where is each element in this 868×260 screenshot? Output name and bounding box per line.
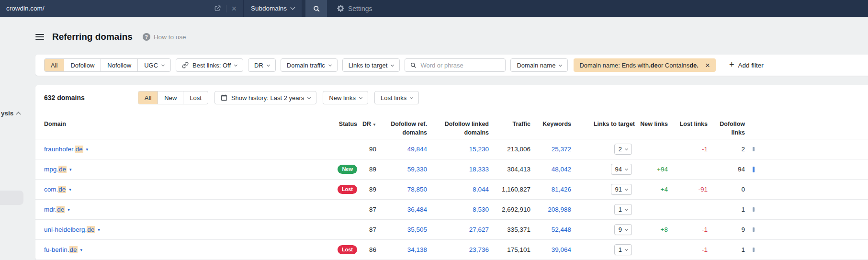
settings-button[interactable]: Settings <box>337 0 372 17</box>
clear-input-icon[interactable]: × <box>231 4 237 13</box>
segment-dofollow[interactable]: Dofollow <box>64 59 101 71</box>
links-to-target-select[interactable]: 1 <box>614 204 632 215</box>
domain-link[interactable]: com.de <box>44 186 66 193</box>
col-dofollow-links[interactable]: Dofollow links <box>710 115 747 139</box>
col-domain[interactable]: Domain <box>35 115 304 139</box>
segment-all[interactable]: All <box>138 91 158 104</box>
domain-link[interactable]: fraunhofer.de <box>44 146 83 153</box>
segment-new[interactable]: New <box>158 91 183 104</box>
domain-caret-icon[interactable]: ▾ <box>69 187 71 192</box>
add-filter-button[interactable]: + Add filter <box>729 61 764 69</box>
table-row: fraunhofer.de▾ 90 49,844 15,230 213,006 … <box>35 139 868 159</box>
col-links-to-target[interactable]: Links to target <box>573 115 637 139</box>
links-to-target-filter-button[interactable]: Links to target <box>342 58 400 72</box>
scope-dropdown[interactable]: Subdomains <box>243 0 302 17</box>
col-dr[interactable]: DR▼ <box>359 115 378 139</box>
history-sparkline <box>753 167 755 172</box>
dofollow-linked-domains-link[interactable]: 27,627 <box>469 226 489 233</box>
keywords-link[interactable]: 208,988 <box>548 206 571 213</box>
history-sparkline <box>753 248 755 252</box>
dofollow-linked-domains-link[interactable]: 8,044 <box>473 186 489 193</box>
scope-dropdown-label: Subdomains <box>251 5 287 12</box>
menu-icon[interactable] <box>35 34 44 40</box>
best-links-filter-button[interactable]: Best links: Off <box>176 58 243 72</box>
keywords-link[interactable]: 39,064 <box>552 246 571 253</box>
chevron-down-icon <box>234 63 237 66</box>
domain-caret-icon[interactable]: ▾ <box>69 167 72 172</box>
col-status[interactable]: Status <box>304 115 359 139</box>
dofollow-ref-domains-link[interactable]: 35,505 <box>407 226 427 233</box>
search-icon <box>313 5 320 12</box>
traffic-value: 175,101 <box>491 240 532 260</box>
show-history-button[interactable]: Show history: Last 2 years <box>214 91 316 104</box>
word-search-field[interactable] <box>405 58 506 72</box>
col-dofollow-linked-domains[interactable]: Dofollow linked domains <box>429 115 491 139</box>
table-row: com.de▾ Lost 89 78,850 8,044 1,160,827 8… <box>35 180 868 200</box>
dofollow-linked-domains-link[interactable]: 18,333 <box>469 166 489 173</box>
segment-nofollow[interactable]: Nofollow <box>101 59 137 71</box>
links-to-target-select[interactable]: 1 <box>614 244 632 255</box>
dofollow-ref-domains-link[interactable]: 34,138 <box>407 246 427 253</box>
keywords-link[interactable]: 52,448 <box>552 226 571 233</box>
word-search-input[interactable] <box>420 62 497 69</box>
chevron-down-icon <box>391 63 394 66</box>
links-to-target-select[interactable]: 94 <box>611 164 632 175</box>
chevron-down-icon <box>625 187 628 191</box>
domain-link[interactable]: mdr.de <box>44 206 65 213</box>
domain-link[interactable]: mpg.de <box>44 166 67 173</box>
domain-name-filter-button[interactable]: Domain name <box>510 58 568 72</box>
dr-value: 90 <box>359 139 378 159</box>
dr-filter-button[interactable]: DR <box>248 58 276 72</box>
sidebar-selected-item-cut[interactable] <box>0 191 23 205</box>
domain-traffic-filter-button[interactable]: Domain traffic <box>281 58 338 72</box>
col-keywords[interactable]: Keywords <box>532 115 573 139</box>
table-row: mdr.de▾ 87 36,484 8,530 2,692,910 208,98… <box>35 200 868 220</box>
segment-ugc[interactable]: UGC <box>137 59 170 71</box>
table-header-row: Domain Status DR▼ Dofollow ref. domains … <box>35 115 868 139</box>
col-dofollow-ref-domains[interactable]: Dofollow ref. domains <box>378 115 429 139</box>
calendar-icon <box>221 94 227 101</box>
dofollow-ref-domains-link[interactable]: 78,850 <box>407 186 427 193</box>
new-links-dropdown[interactable]: New links <box>323 91 368 104</box>
open-external-icon[interactable] <box>214 5 221 12</box>
remove-filter-icon[interactable]: × <box>705 61 710 69</box>
keywords-link[interactable]: 25,372 <box>552 146 571 153</box>
dofollow-ref-domains-link[interactable]: 49,844 <box>407 146 427 153</box>
dofollow-ref-domains-link[interactable]: 36,484 <box>407 206 427 213</box>
links-to-target-select[interactable]: 9 <box>614 224 632 235</box>
domain-caret-icon[interactable]: ▾ <box>86 147 89 152</box>
chevron-down-icon <box>328 63 332 66</box>
segment-lost[interactable]: Lost <box>183 91 208 104</box>
chevron-down-icon <box>625 167 628 170</box>
dofollow-linked-domains-link[interactable]: 15,230 <box>469 146 489 153</box>
segment-all[interactable]: All <box>45 59 64 71</box>
domain-caret-icon[interactable]: ▾ <box>80 248 83 252</box>
dr-value: 86 <box>359 240 378 260</box>
search-icon <box>410 62 417 68</box>
page-header: Referring domains ? How to use <box>35 30 186 44</box>
dofollow-ref-domains-link[interactable]: 59,330 <box>407 166 427 173</box>
search-submit-button[interactable] <box>305 0 327 17</box>
keywords-link[interactable]: 81,426 <box>552 186 571 193</box>
col-traffic[interactable]: Traffic <box>491 115 532 139</box>
question-icon: ? <box>143 33 150 41</box>
links-to-target-select[interactable]: 91 <box>611 184 632 195</box>
domain-caret-icon[interactable]: ▾ <box>68 207 70 212</box>
lost-links-dropdown[interactable]: Lost links <box>374 91 419 104</box>
col-lost-links[interactable]: Lost links <box>670 115 710 139</box>
domain-link[interactable]: uni-heidelberg.de <box>44 226 95 233</box>
links-to-target-select[interactable]: 2 <box>614 144 632 155</box>
chevron-down-icon <box>410 95 413 99</box>
table-row: fu-berlin.de▾ Lost 86 34,138 23,736 175,… <box>35 240 868 260</box>
target-url-input[interactable]: crowdin.com/ <box>6 5 214 12</box>
sidebar-item-analysis-cut[interactable]: ysis <box>1 110 20 117</box>
keywords-link[interactable]: 48,042 <box>552 166 571 173</box>
page-title: Referring domains <box>52 32 133 42</box>
domain-caret-icon[interactable]: ▾ <box>98 227 100 232</box>
dofollow-linked-domains-link[interactable]: 8,530 <box>473 206 489 213</box>
how-to-use-link[interactable]: ? How to use <box>143 33 186 41</box>
domain-link[interactable]: fu-berlin.de <box>44 246 78 253</box>
dofollow-links-value: 1 <box>710 240 747 260</box>
col-new-links[interactable]: New links <box>637 115 670 139</box>
dofollow-linked-domains-link[interactable]: 23,736 <box>469 246 489 253</box>
